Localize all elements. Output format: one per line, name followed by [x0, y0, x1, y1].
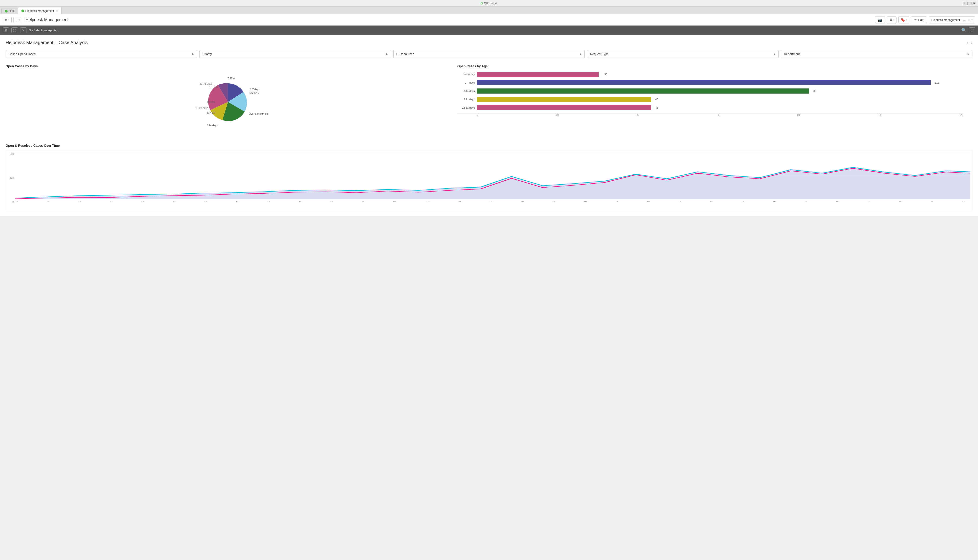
filter-label-1: Priority [202, 52, 212, 56]
bar-fill-5-21days [477, 97, 651, 102]
toolbar: ↺ ▾ ⊞ ▾ Helpdesk Management 📷 🖥 ▾ 🔖 ▾ ✏ … [0, 14, 978, 25]
bar-fill-yesterday [477, 72, 598, 77]
filter-cases-open-closed[interactable]: Cases Open/Closed ▶ [5, 50, 197, 58]
bar-label-22-31days: 22-31 days [457, 106, 475, 109]
clock-icon: ↺ [5, 18, 8, 22]
prev-page-btn[interactable]: ‹ [966, 40, 968, 45]
edit-btn[interactable]: ✏ Edit [911, 17, 927, 23]
grid-icon: ⊞ [15, 18, 18, 22]
axis-60: 60 [717, 114, 719, 116]
bar-val-5-21days: 43 [655, 98, 658, 101]
x-label-25: 04/05/2.. [804, 201, 813, 203]
pie-chart-svg: 2-7 days 26.86% Over a month old 8-14 da… [5, 72, 450, 137]
bar-row-yesterday: Yesterday 30 [457, 72, 963, 77]
x-label-24: 03/29/2.. [773, 201, 781, 203]
fullscreen-icon[interactable]: ⛶ [969, 27, 975, 33]
pie-label-8-14: 8-14 days [207, 124, 218, 127]
y-label-200: 200 [6, 153, 14, 155]
line-chart-section: Open & Resolved Cases Over Time 0 100 20… [5, 144, 973, 210]
bar-row-5-21days: 5-21 days 43 [457, 97, 963, 102]
camera-btn[interactable]: 📷 [875, 16, 885, 23]
bar-chart-section: Open Cases by Age Yesterday 30 2-7 days … [457, 64, 973, 137]
x-label-3: 11/02/2.. [110, 201, 118, 203]
select-all-btn[interactable]: ⊞ [3, 27, 9, 33]
pie-label-month: Over a month old [249, 112, 268, 115]
y-label-100: 100 [6, 177, 14, 179]
x-label-28: 04/26/2.. [899, 201, 907, 203]
close-btn[interactable]: ✕ [972, 2, 976, 5]
dropdown-arrow-4: ▾ [906, 19, 907, 21]
dropdown-arrow-1: ▾ [8, 19, 10, 21]
search-icon[interactable]: 🔍 [961, 28, 966, 33]
edit-label: Edit [918, 18, 923, 22]
grid-icon-2: ⊞ [968, 18, 971, 22]
axis-100: 100 [878, 114, 881, 116]
maximize-btn[interactable]: + [963, 2, 967, 5]
app-title: Helpdesk Management [25, 17, 68, 22]
filter-arrow-3: ▶ [774, 52, 776, 55]
tab-helpdesk[interactable]: Helpdesk Management ✕ [18, 7, 62, 14]
filter-arrow-0: ▶ [192, 52, 194, 55]
pencil-icon: ✏ [915, 18, 917, 22]
dropdown-arrow-5: ▾ [971, 19, 973, 21]
pie-pct-2-7: 26.86% [250, 92, 259, 94]
x-label-23: 03/22/2.. [741, 201, 750, 203]
next-page-btn[interactable]: › [971, 40, 973, 45]
x-label-7: 11/30/2.. [235, 201, 243, 203]
bar-row-8-14days: 8-14 days 82 [457, 88, 963, 93]
bar-fill-8-14days [477, 88, 809, 93]
toolbar-right: 📷 🖥 ▾ 🔖 ▾ ✏ Edit Helpdesk Management – C… [875, 16, 975, 23]
x-label-9: 12/14/2.. [298, 201, 307, 203]
monitor-btn[interactable]: 🖥 ▾ [887, 17, 896, 23]
filter-arrow-2: ▶ [580, 52, 581, 55]
bar-fill-22-31days [477, 105, 651, 110]
navigate-btn[interactable]: ↺ ▾ [3, 17, 12, 23]
sheet-label: Helpdesk Management – Case... [931, 18, 967, 22]
bar-row-2-7days: 2-7 days 112 [457, 80, 963, 85]
filter-it-resources[interactable]: IT Resources ▶ [393, 50, 585, 58]
page-nav: ‹ › [966, 40, 973, 45]
sheets-btn[interactable]: ⊞ ▾ [13, 17, 22, 23]
clear-btn[interactable]: ✕ [20, 27, 27, 33]
y-axis: 0 100 200 [6, 153, 15, 203]
bar-axis: 0 20 40 60 80 100 120 [457, 113, 963, 116]
bar-chart: Yesterday 30 2-7 days 112 8-14 [457, 72, 973, 116]
x-label-19: 02/22/2.. [616, 201, 624, 203]
pie-pct-22-31: 16.31% [210, 86, 218, 88]
axis-0: 0 [477, 114, 478, 116]
filter-arrow-1: ▶ [386, 52, 388, 55]
filter-department[interactable]: Department ▶ [781, 50, 973, 58]
bar-label-8-14days: 8-14 days [457, 90, 475, 92]
monitor-icon: 🖥 [889, 18, 893, 22]
filter-arrow-4: ▶ [968, 52, 970, 55]
x-label-18: 02/15/2.. [584, 201, 592, 203]
x-label-5: 11/16/2.. [173, 201, 181, 203]
sel-right: 🔍 ⛶ [961, 27, 975, 33]
filter-label-0: Cases Open/Closed [8, 52, 35, 56]
no-selections-label: No Selections Applied [29, 28, 959, 32]
filter-request-type[interactable]: Request Type ▶ [587, 50, 778, 58]
x-label-15: 01/25/2.. [490, 201, 498, 203]
helpdesk-tab-label: Helpdesk Management [25, 9, 54, 13]
x-label-4: 11/09/2.. [141, 201, 149, 203]
tab-hub[interactable]: Hub [2, 8, 17, 14]
top-charts: Open Cases by Days [5, 64, 973, 137]
sheet-selector-btn[interactable]: Helpdesk Management – Case... ⊞ ▾ [929, 17, 975, 23]
x-label-20: 03/01/2.. [647, 201, 655, 203]
lasso-btn[interactable]: ⬚ [12, 27, 18, 33]
x-label-2: 10/26/2.. [78, 201, 86, 203]
filter-priority[interactable]: Priority ▶ [200, 50, 391, 58]
x-label-16: 02/01/2.. [521, 201, 529, 203]
x-label-6: 11/23/2.. [204, 201, 212, 203]
bar-label-yesterday: Yesterday [457, 73, 475, 76]
dropdown-arrow-3: ▾ [893, 19, 895, 21]
minimize-btn[interactable]: − [967, 2, 971, 5]
filter-label-3: Request Type [590, 52, 608, 56]
close-tab-icon[interactable]: ✕ [56, 9, 58, 12]
window-controls[interactable]: + − ✕ [963, 2, 976, 5]
bookmark-btn[interactable]: 🔖 ▾ [898, 16, 909, 23]
x-label-13: 01/11/2.. [427, 201, 435, 203]
x-label-11: 12/28/2.. [361, 201, 370, 203]
axis-120: 120 [959, 114, 963, 116]
line-chart-title: Open & Resolved Cases Over Time [5, 144, 973, 147]
